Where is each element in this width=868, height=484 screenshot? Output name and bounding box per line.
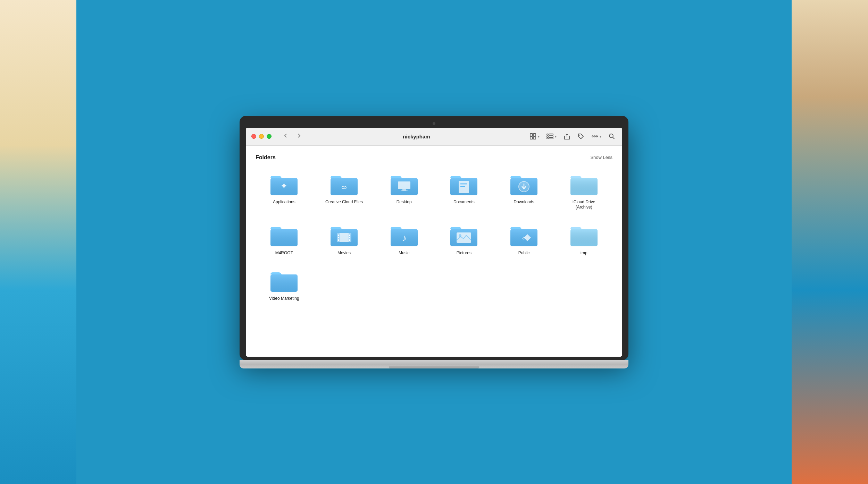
list-view-icon[interactable]: ▾ (545, 131, 558, 141)
svg-rect-4 (547, 134, 548, 135)
folder-item-documents[interactable]: Documents (435, 168, 493, 214)
folder-item-desktop[interactable]: Desktop (375, 168, 433, 214)
svg-text:∞: ∞ (341, 183, 347, 192)
more-chevron: ▾ (600, 135, 601, 138)
background-left (0, 0, 76, 484)
folder-icon-pictures (449, 223, 479, 248)
folder-icon-tmp (569, 223, 599, 248)
folder-item-music[interactable]: ♪ Music (375, 219, 433, 260)
svg-rect-5 (549, 134, 553, 135)
svg-text:♪: ♪ (402, 232, 407, 243)
laptop-container: nickypham ▾ (240, 116, 628, 368)
folder-icon-applications: ✦ (269, 172, 299, 197)
search-icon[interactable] (607, 131, 617, 141)
folder-label-desktop: Desktop (397, 199, 412, 205)
folder-item-tmp[interactable]: tmp (555, 219, 612, 260)
svg-rect-26 (402, 189, 406, 190)
folder-label-downloads: Downloads (514, 199, 534, 205)
svg-point-11 (579, 135, 580, 135)
svg-point-14 (596, 136, 598, 137)
grid-chevron: ▾ (538, 135, 540, 138)
tag-icon[interactable] (576, 131, 586, 141)
folder-item-m4root[interactable]: M4ROOT (256, 219, 313, 260)
more-options-icon[interactable]: ▾ (590, 131, 603, 141)
title-bar: nickypham ▾ (246, 128, 622, 146)
folders-section-title: Folders (256, 154, 276, 161)
svg-rect-7 (549, 136, 553, 137)
folder-icon-m4root (269, 223, 299, 248)
folder-item-icloud-drive[interactable]: iCloud Drive (Archive) (555, 168, 612, 214)
svg-rect-1 (533, 134, 536, 136)
svg-point-12 (592, 136, 593, 137)
svg-rect-65 (570, 229, 598, 246)
folder-item-downloads[interactable]: Downloads (495, 168, 553, 214)
svg-text:⟡: ⟡ (522, 235, 526, 241)
laptop-base (240, 360, 628, 368)
svg-rect-0 (530, 134, 533, 136)
share-icon[interactable] (562, 131, 572, 141)
folder-icon-desktop (389, 172, 419, 197)
svg-rect-67 (270, 274, 298, 292)
folder-label-icloud: iCloud Drive (Archive) (565, 199, 603, 210)
svg-rect-27 (401, 190, 408, 191)
svg-rect-8 (547, 138, 548, 139)
svg-rect-9 (549, 138, 553, 139)
folder-label-public: Public (518, 251, 530, 256)
window-title: nickypham (310, 134, 523, 139)
folder-icon-movies (329, 223, 359, 248)
folder-item-creative-cloud-files[interactable]: ∞ Creative Cloud Files (316, 168, 373, 214)
svg-rect-3 (533, 137, 536, 139)
svg-rect-40 (570, 178, 598, 195)
svg-rect-2 (530, 137, 533, 139)
close-button[interactable] (251, 134, 256, 139)
laptop-camera (433, 122, 435, 125)
grid-view-icon[interactable]: ▾ (528, 131, 541, 141)
svg-rect-42 (270, 229, 298, 246)
folder-icon-downloads (509, 172, 539, 197)
folder-label-documents: Documents (453, 199, 475, 205)
forward-button[interactable] (293, 131, 305, 142)
folder-label-m4root: M4ROOT (275, 251, 293, 256)
background-right (792, 0, 868, 484)
folder-item-public[interactable]: ⟡ Public (495, 219, 553, 260)
folders-header: Folders Show Less (256, 154, 612, 161)
toolbar-right: ▾ ▾ (528, 131, 617, 141)
svg-point-13 (594, 136, 595, 137)
minimize-button[interactable] (259, 134, 264, 139)
content-area: Folders Show Less (246, 146, 622, 357)
svg-rect-52 (349, 237, 350, 238)
maximize-button[interactable] (267, 134, 272, 139)
svg-rect-53 (349, 239, 350, 241)
folder-icon-creative-cloud: ∞ (329, 172, 359, 197)
folder-label-music: Music (399, 251, 409, 256)
svg-rect-6 (547, 136, 548, 137)
folder-label-video-marketing: Video Marketing (269, 296, 299, 302)
show-less-button[interactable]: Show Less (590, 155, 612, 160)
svg-rect-48 (338, 235, 339, 236)
folder-icon-icloud (569, 172, 599, 197)
folder-label-tmp: tmp (581, 251, 587, 256)
folder-label-pictures: Pictures (457, 251, 471, 256)
back-button[interactable] (280, 131, 292, 142)
folder-icon-documents (449, 172, 479, 197)
folder-item-pictures[interactable]: Pictures (435, 219, 493, 260)
folder-item-video-marketing[interactable]: Video Marketing (256, 264, 313, 306)
laptop-bezel: nickypham ▾ (240, 116, 628, 360)
laptop-screen: nickypham ▾ (246, 128, 622, 357)
nav-buttons (280, 131, 305, 142)
folder-icon-music: ♪ (389, 223, 419, 248)
folder-item-movies[interactable]: Movies (316, 219, 373, 260)
svg-point-15 (609, 134, 613, 138)
svg-rect-51 (349, 235, 350, 236)
svg-rect-50 (338, 239, 339, 241)
window-controls (251, 134, 272, 139)
folder-icon-video-marketing (269, 268, 299, 293)
folder-icon-public: ⟡ (509, 223, 539, 248)
svg-rect-49 (338, 237, 339, 238)
folder-label-applications: Applications (273, 199, 295, 205)
svg-rect-25 (398, 181, 410, 189)
list-chevron: ▾ (555, 135, 557, 138)
folder-item-applications[interactable]: ✦ Applica (256, 168, 313, 214)
finder-window: nickypham ▾ (246, 128, 622, 357)
folder-label-creative-cloud: Creative Cloud Files (325, 199, 363, 205)
